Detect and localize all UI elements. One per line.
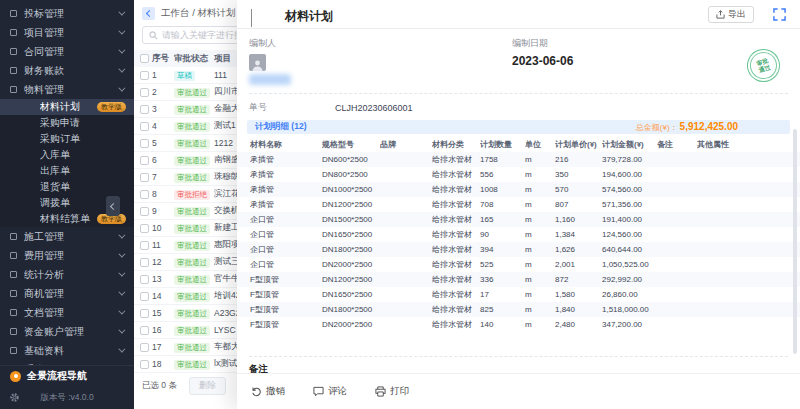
breadcrumb[interactable]: 工作台 / 材料计划 bbox=[161, 7, 235, 20]
status-badge: 审批通过 bbox=[174, 207, 210, 217]
select-all-checkbox[interactable] bbox=[140, 54, 149, 63]
cell-material-name: 承插管 bbox=[250, 154, 322, 165]
menu-item-label: 资金账户管理 bbox=[24, 325, 118, 339]
table-row[interactable]: 承插管 DN1000*2500 给排水管材 1008 m 570 574,560… bbox=[237, 182, 800, 197]
menu-item-label: 商机管理 bbox=[24, 287, 118, 301]
table-row[interactable]: F型顶管 DN2000*2500 给排水管材 140 m 2,480 347,2… bbox=[237, 317, 800, 332]
row-checkbox[interactable] bbox=[140, 156, 149, 165]
status-badge: 审批拒绝 bbox=[174, 190, 210, 200]
cell-unit: m bbox=[525, 290, 555, 299]
row-checkbox[interactable] bbox=[140, 71, 149, 80]
row-checkbox[interactable] bbox=[140, 326, 149, 335]
sidebar-menu-item[interactable]: 采购申请 bbox=[0, 115, 134, 131]
table-row[interactable]: 企口管 DN1500*2500 给排水管材 165 m 1,160 191,40… bbox=[237, 212, 800, 227]
status-badge: 草稿 bbox=[174, 71, 195, 81]
comment-button[interactable]: 评论 bbox=[313, 385, 347, 398]
arrow-left-icon bbox=[146, 9, 153, 16]
table-row[interactable]: 企口管 DN1650*2500 给排水管材 90 m 1,384 124,560… bbox=[237, 227, 800, 242]
chevron-down-icon bbox=[118, 85, 125, 92]
row-checkbox[interactable] bbox=[140, 292, 149, 301]
sidebar-menu-item[interactable]: 财务账款 bbox=[0, 61, 134, 80]
sidebar-menu-item[interactable]: 出库单 bbox=[0, 163, 134, 179]
back-button[interactable] bbox=[142, 7, 155, 20]
drawer-back-button[interactable] bbox=[249, 9, 259, 19]
sidebar-menu-item[interactable]: 统计分析 bbox=[0, 265, 134, 284]
print-icon bbox=[375, 386, 386, 397]
person-icon bbox=[251, 59, 264, 71]
chevron-down-icon bbox=[118, 232, 125, 239]
status-badge: 审批通过 bbox=[174, 122, 210, 132]
export-button[interactable]: 导出 bbox=[708, 6, 754, 23]
cell-price: 350 bbox=[555, 170, 602, 179]
table-row[interactable]: 企口管 DN2000*2500 给排水管材 525 m 2,001 1,050,… bbox=[237, 257, 800, 272]
sidebar-menu-item[interactable]: 入库单 bbox=[0, 147, 134, 163]
row-checkbox[interactable] bbox=[140, 224, 149, 233]
row-checkbox[interactable] bbox=[140, 275, 149, 284]
cell-material-name: F型顶管 bbox=[250, 274, 322, 285]
fullscreen-icon[interactable] bbox=[773, 8, 786, 21]
table-row[interactable]: 承插管 DN800*2500 给排水管材 556 m 350 194,600.0… bbox=[237, 167, 800, 182]
delete-button[interactable]: 删除 bbox=[189, 377, 226, 395]
table-row[interactable]: F型顶管 DN1800*2500 给排水管材 825 m 1,840 1,518… bbox=[237, 302, 800, 317]
print-button[interactable]: 打印 bbox=[375, 385, 409, 398]
cell-category: 给排水管材 bbox=[432, 214, 480, 225]
row-checkbox[interactable] bbox=[140, 190, 149, 199]
cell-category: 给排水管材 bbox=[432, 304, 480, 315]
sidebar-menu-item[interactable]: 物料管理 bbox=[0, 80, 134, 99]
row-checkbox[interactable] bbox=[140, 105, 149, 114]
sidebar-collapse-handle[interactable] bbox=[106, 196, 120, 216]
row-no: 11 bbox=[152, 240, 174, 250]
cell-unit: m bbox=[525, 245, 555, 254]
menu-item-icon bbox=[10, 271, 17, 278]
row-checkbox[interactable] bbox=[140, 173, 149, 182]
chevron-down-icon bbox=[118, 9, 125, 16]
panorama-nav-button[interactable]: 全景流程导航 bbox=[0, 365, 134, 386]
cell-material-name: 承插管 bbox=[250, 169, 322, 180]
table-row[interactable]: F型顶管 DN1650*2500 给排水管材 17 m 1,580 26,860… bbox=[237, 287, 800, 302]
row-checkbox[interactable] bbox=[140, 207, 149, 216]
cell-spec: DN600*2500 bbox=[322, 155, 380, 164]
scrollbar-thumb[interactable] bbox=[793, 129, 797, 354]
row-no: 6 bbox=[152, 155, 174, 165]
sidebar-menu-item[interactable]: 文档管理 bbox=[0, 303, 134, 322]
row-checkbox[interactable] bbox=[140, 343, 149, 352]
row-checkbox[interactable] bbox=[140, 88, 149, 97]
table-row[interactable]: 承插管 DN600*2500 给排水管材 1758 m 216 379,728.… bbox=[237, 152, 800, 167]
cell-qty: 17 bbox=[480, 290, 525, 299]
cell-amount: 1,050,525.00 bbox=[602, 260, 657, 269]
sidebar-menu-item[interactable]: 项目管理 bbox=[0, 23, 134, 42]
cell-amount: 571,356.00 bbox=[602, 200, 657, 209]
undo-button[interactable]: 撤销 bbox=[251, 385, 285, 398]
table-row[interactable]: 企口管 DN1800*2500 给排水管材 394 m 1,626 640,64… bbox=[237, 242, 800, 257]
row-checkbox[interactable] bbox=[140, 241, 149, 250]
sidebar-menu-item[interactable]: 材料计划 教学版 bbox=[0, 99, 134, 115]
menu-item-icon bbox=[10, 252, 17, 259]
row-checkbox[interactable] bbox=[140, 139, 149, 148]
sidebar-menu-item[interactable]: 合同管理 bbox=[0, 42, 134, 61]
cell-amount: 574,560.00 bbox=[602, 185, 657, 194]
cell-price: 872 bbox=[555, 275, 602, 284]
menu-item-icon bbox=[10, 233, 17, 240]
row-checkbox[interactable] bbox=[140, 360, 149, 369]
gear-icon[interactable] bbox=[9, 392, 20, 403]
sidebar-menu-item[interactable]: 退货单 bbox=[0, 179, 134, 195]
chevron-down-icon bbox=[118, 251, 125, 258]
sidebar-menu-item[interactable]: 商机管理 bbox=[0, 284, 134, 303]
sidebar-menu-item[interactable]: 施工管理 bbox=[0, 227, 134, 246]
row-checkbox[interactable] bbox=[140, 122, 149, 131]
cell-qty: 165 bbox=[480, 215, 525, 224]
table-row[interactable]: F型顶管 DN1200*2500 给排水管材 336 m 872 292,992… bbox=[237, 272, 800, 287]
sidebar-menu-item[interactable]: 资金账户管理 bbox=[0, 322, 134, 341]
sidebar-menu-item[interactable]: 投标管理 bbox=[0, 4, 134, 23]
order-no-value: CLJH20230606001 bbox=[335, 103, 413, 113]
sidebar-menu-item[interactable]: 采购订单 bbox=[0, 131, 134, 147]
row-checkbox[interactable] bbox=[140, 258, 149, 267]
sidebar-menu-item[interactable]: 费用管理 bbox=[0, 246, 134, 265]
cell-spec: DN1000*2500 bbox=[322, 185, 380, 194]
table-row[interactable]: 承插管 DN1200*2500 给排水管材 708 m 807 571,356.… bbox=[237, 197, 800, 212]
cell-qty: 90 bbox=[480, 230, 525, 239]
status-badge: 审批通过 bbox=[174, 173, 210, 183]
row-checkbox[interactable] bbox=[140, 309, 149, 318]
sidebar-menu-item[interactable]: 基础资料 bbox=[0, 341, 134, 360]
chevron-down-icon bbox=[118, 327, 125, 334]
